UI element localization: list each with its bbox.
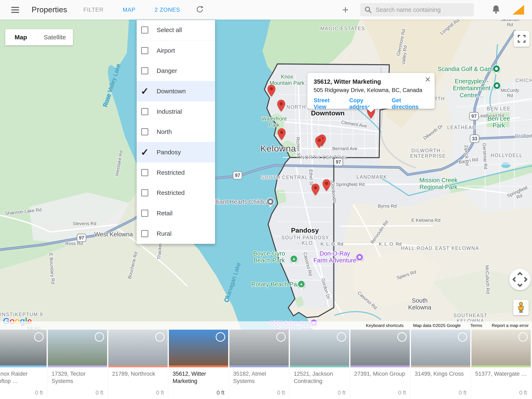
checkbox-icon[interactable]	[141, 108, 148, 115]
card-color-bar	[471, 366, 531, 367]
add-property-button[interactable]: +	[342, 4, 348, 15]
checkbox-icon[interactable]	[141, 189, 148, 196]
zone-option-label: Downtown	[157, 88, 186, 95]
notifications-bell-icon[interactable]	[492, 5, 500, 15]
tree-icon: ▲	[292, 257, 296, 261]
card-title: Lennox Raider Rooftop …	[0, 367, 47, 385]
brand-logo[interactable]	[513, 5, 524, 15]
checked-icon[interactable]: ✓	[141, 86, 148, 96]
poi-pin-icon[interactable]	[266, 198, 274, 206]
zone-option-restricted[interactable]: Restricted	[137, 183, 215, 203]
card-title: 31499, Kings Cross	[411, 367, 470, 378]
pegman-icon	[516, 302, 526, 314]
zone-option-retail[interactable]: Retail	[137, 203, 215, 223]
select-photo-radio[interactable]	[155, 332, 165, 342]
get-directions-link[interactable]: Get directions	[392, 97, 428, 110]
card-title: 35182, Atmel Systems	[229, 367, 289, 385]
property-card[interactable]: 27391, Micon Group0 ft	[350, 330, 410, 399]
property-card[interactable]: 35612, Witter Marketing0 ft	[169, 330, 228, 399]
zone-option-restricted[interactable]: Restricted	[137, 163, 215, 183]
basemap	[0, 20, 532, 330]
map-canvas[interactable]: Sexsmith RdMAGIC ESTATESLonghill RdGlenm…	[0, 20, 532, 330]
map-type-satellite-button[interactable]: Satellite	[36, 29, 73, 46]
info-window-address: 505 Ridgeway Drive, Kelowna, BC, Canada	[314, 87, 428, 93]
property-card[interactable]: 31499, Kings Cross0 ft	[411, 330, 470, 399]
property-marker[interactable]	[267, 85, 276, 98]
zone-option-danger[interactable]: Danger	[137, 61, 215, 81]
poi-pin-icon[interactable]	[493, 65, 500, 73]
checkbox-icon[interactable]	[141, 230, 148, 237]
property-card[interactable]: 21789, Northrock0 ft	[108, 330, 168, 399]
checkbox-icon[interactable]	[141, 26, 148, 33]
property-card[interactable]: 17329, Tector Systems0 ft	[48, 330, 107, 399]
card-title: 12521, Jackson Contracting	[290, 367, 349, 385]
refresh-icon[interactable]	[195, 5, 204, 15]
checkbox-icon[interactable]	[141, 210, 148, 217]
checkbox-icon[interactable]	[141, 169, 148, 176]
zones-button[interactable]: 2 ZONES	[155, 7, 180, 13]
pegman-control[interactable]	[513, 300, 529, 315]
property-marker[interactable]	[322, 179, 331, 192]
close-icon[interactable]: ×	[425, 75, 431, 84]
search-input[interactable]	[376, 7, 465, 13]
checkbox-icon[interactable]	[141, 47, 148, 54]
checkbox-icon[interactable]	[141, 67, 148, 74]
select-photo-radio[interactable]	[276, 332, 286, 342]
zone-option-airport[interactable]: Airport	[137, 40, 215, 61]
select-photo-radio[interactable]	[337, 332, 346, 342]
zone-option-label: Retail	[157, 210, 173, 217]
poi-dot	[495, 67, 498, 70]
map-tab-button[interactable]: MAP	[123, 7, 136, 13]
property-card[interactable]: 12521, Jackson Contracting0 ft	[290, 330, 349, 399]
card-distance: 0 ft	[35, 390, 43, 396]
zone-option-select-all[interactable]: Select all	[137, 20, 215, 40]
property-marker[interactable]	[315, 136, 324, 149]
zone-option-pandosy[interactable]: ✓Pandosy	[137, 142, 215, 163]
property-card[interactable]: 51377, Watergate …0 ft	[471, 330, 531, 399]
select-photo-radio[interactable]	[34, 332, 44, 342]
checked-icon[interactable]: ✓	[141, 147, 148, 157]
property-marker[interactable]	[277, 99, 285, 112]
keyboard-shortcuts-link[interactable]: Keyboard shortcuts	[366, 323, 404, 328]
select-photo-radio[interactable]	[397, 332, 407, 342]
select-photo-radio[interactable]	[216, 332, 225, 342]
select-photo-radio[interactable]	[95, 332, 104, 342]
property-card[interactable]: Lennox Raider Rooftop …0 ft	[0, 330, 47, 399]
property-marker[interactable]	[277, 128, 286, 141]
property-carousel[interactable]: Lennox Raider Rooftop …0 ft17329, Tector…	[0, 330, 532, 399]
fullscreen-button[interactable]	[514, 31, 530, 47]
select-photo-radio[interactable]	[518, 332, 528, 342]
app-screen: Properties FILTER MAP 2 ZONES +	[0, 0, 532, 399]
property-photo	[471, 330, 531, 366]
zone-option-label: Industrial	[157, 108, 182, 115]
card-color-bar	[350, 366, 410, 367]
zone-option-downtown[interactable]: ✓Downtown	[137, 81, 215, 101]
menu-icon[interactable]	[11, 7, 19, 13]
poi-dot	[495, 84, 498, 87]
map-type-map-button[interactable]: Map	[5, 29, 36, 46]
card-distance: 0 ft	[156, 390, 164, 396]
property-marker[interactable]	[311, 183, 320, 196]
filter-button[interactable]: FILTER	[83, 7, 104, 13]
poi-pin-icon[interactable]	[493, 82, 501, 90]
pan-control[interactable]	[509, 269, 531, 290]
card-title: 35612, Witter Marketing	[169, 367, 228, 385]
zone-option-north[interactable]: North	[137, 122, 215, 142]
checkbox-icon[interactable]	[141, 128, 148, 135]
search-box	[360, 3, 474, 16]
select-photo-radio[interactable]	[458, 332, 467, 342]
terms-link[interactable]: Terms	[470, 323, 482, 328]
zones-dropdown-menu: Select allAirportDanger✓DowntownIndustri…	[137, 20, 215, 244]
poi-pin-icon[interactable]: ▲	[290, 255, 298, 263]
zone-option-industrial[interactable]: Industrial	[137, 101, 215, 122]
poi-pin-icon[interactable]	[356, 253, 364, 261]
info-window: 35612, Witter Marketing 505 Ridgeway Dri…	[307, 73, 435, 109]
zone-option-rural[interactable]: Rural	[137, 223, 215, 244]
property-card[interactable]: 35182, Atmel Systems0 ft	[229, 330, 289, 399]
poi-pin-icon[interactable]: ▲	[298, 280, 305, 288]
property-photo	[108, 330, 168, 366]
card-distance: 0 ft	[398, 390, 406, 396]
report-map-error-link[interactable]: Report a map error	[492, 323, 529, 328]
street-view-link[interactable]: Street View	[314, 97, 343, 110]
card-color-bar	[48, 366, 107, 367]
